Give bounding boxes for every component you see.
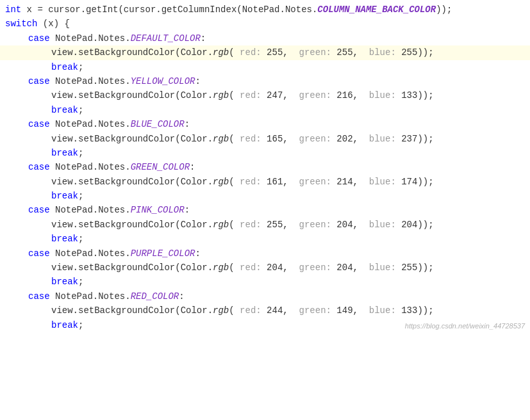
code-text: view. [51, 132, 78, 146]
keyword-break: break [51, 318, 78, 332]
code-text: : [190, 160, 195, 174]
param-red: red: [235, 45, 267, 60]
code-text: setBackgroundColor [78, 88, 175, 102]
code-text: view. [51, 303, 78, 318]
value-255-r: 255 [267, 218, 283, 232]
code-text: (Color. [175, 261, 213, 275]
param-green: green: [294, 303, 336, 318]
value-204-g: 204 [336, 218, 352, 232]
code-text: : [179, 289, 184, 303]
value-255-b2: 255 [401, 261, 417, 275]
code-line-15: case NotePad.Notes.PINK_COLOR: [0, 203, 530, 217]
code-text: NotePad.Notes. [50, 117, 131, 131]
param-red: red: [235, 261, 267, 275]
code-text: NotePad.Notes. [50, 246, 131, 261]
param-green: green: [294, 175, 336, 189]
code-text: setBackgroundColor [78, 175, 175, 189]
code-text: )); [417, 218, 433, 232]
code-text: , [283, 132, 294, 146]
code-text: (Color. [175, 88, 213, 102]
code-line-6: case NotePad.Notes.YELLOW_COLOR: [0, 74, 530, 88]
code-text: rgb [213, 218, 229, 232]
code-line-11: break; [0, 146, 530, 160]
code-text: rgb [213, 88, 229, 102]
code-text: , [283, 218, 294, 232]
code-line-10: view.setBackgroundColor(Color.rgb( red: … [0, 132, 530, 146]
code-text: NotePad.Notes. [50, 203, 131, 217]
code-line-2: switch (x) { [0, 17, 530, 31]
keyword-case: case [28, 289, 50, 303]
code-text: (cursor. [118, 3, 161, 17]
param-blue: blue: [363, 261, 401, 275]
constant-pink-color: PINK_COLOR [131, 203, 185, 217]
code-text: : [185, 203, 190, 217]
code-text: (Color. [175, 303, 213, 318]
code-text: ; [78, 103, 83, 117]
code-text: , [283, 303, 294, 318]
code-text: setBackgroundColor [78, 218, 175, 232]
code-text: NotePad.Notes. [50, 289, 131, 303]
code-text: )); [436, 3, 452, 17]
code-text: ; [78, 232, 83, 246]
code-text: : [195, 74, 200, 88]
code-text: setBackgroundColor [78, 132, 175, 146]
watermark: https://blog.csdn.net/weixin_44728537 [405, 321, 525, 332]
code-text: getInt [86, 3, 118, 17]
constant-purple-color: PURPLE_COLOR [131, 246, 195, 261]
code-text: rgb [213, 175, 229, 189]
code-line-5: break; [0, 60, 530, 74]
value-204-r2: 204 [267, 261, 283, 275]
code-text: view. [51, 175, 78, 189]
keyword-case: case [28, 31, 50, 45]
param-red: red: [235, 132, 267, 146]
param-red: red: [235, 218, 267, 232]
param-blue: blue: [363, 88, 401, 102]
code-text: setBackgroundColor [78, 261, 175, 275]
value-244: 244 [267, 303, 283, 318]
code-text: view. [51, 218, 78, 232]
param-green: green: [294, 45, 336, 60]
code-line-4: view.setBackgroundColor(Color.rgb( red: … [0, 45, 530, 60]
keyword-switch: switch [5, 17, 37, 31]
code-line-21: case NotePad.Notes.RED_COLOR: [0, 289, 530, 303]
value-149: 149 [336, 303, 352, 318]
value-161: 161 [267, 175, 283, 189]
code-text: )); [417, 175, 433, 189]
code-text: , [283, 175, 294, 189]
value-204-g2: 204 [336, 261, 352, 275]
keyword-break: break [51, 275, 78, 289]
value-133-1: 133 [401, 88, 417, 102]
code-text: , [353, 261, 364, 275]
code-text: rgb [213, 261, 229, 275]
code-text: : [185, 117, 190, 131]
value-237: 237 [401, 132, 417, 146]
keyword-case: case [28, 203, 50, 217]
keyword-break: break [51, 146, 78, 160]
constant-column-name: COLUMN_NAME_BACK_COLOR [317, 3, 436, 17]
code-text: : [201, 31, 206, 45]
param-blue: blue: [363, 175, 401, 189]
code-text: rgb [213, 45, 229, 60]
code-text: rgb [213, 303, 229, 318]
param-blue: blue: [363, 303, 401, 318]
code-line-13: view.setBackgroundColor(Color.rgb( red: … [0, 175, 530, 189]
constant-blue-color: BLUE_COLOR [131, 117, 185, 131]
code-text: , [283, 88, 294, 102]
code-text: ( [229, 45, 234, 60]
param-red: red: [235, 303, 267, 318]
value-216: 216 [336, 88, 352, 102]
code-line-17: break; [0, 232, 530, 246]
code-text: ( [229, 88, 234, 102]
value-214: 214 [336, 175, 352, 189]
code-text: (x) { [37, 17, 69, 31]
keyword-int: int [5, 3, 21, 17]
code-text: ( [229, 261, 234, 275]
code-text: , [283, 45, 294, 60]
param-blue: blue: [363, 218, 401, 232]
constant-yellow-color: YELLOW_COLOR [131, 74, 195, 88]
keyword-break: break [51, 60, 78, 74]
code-line-8: break; [0, 103, 530, 117]
code-text: getColumnIndex [161, 3, 237, 17]
param-blue: blue: [363, 45, 401, 60]
code-text: setBackgroundColor [78, 45, 175, 60]
